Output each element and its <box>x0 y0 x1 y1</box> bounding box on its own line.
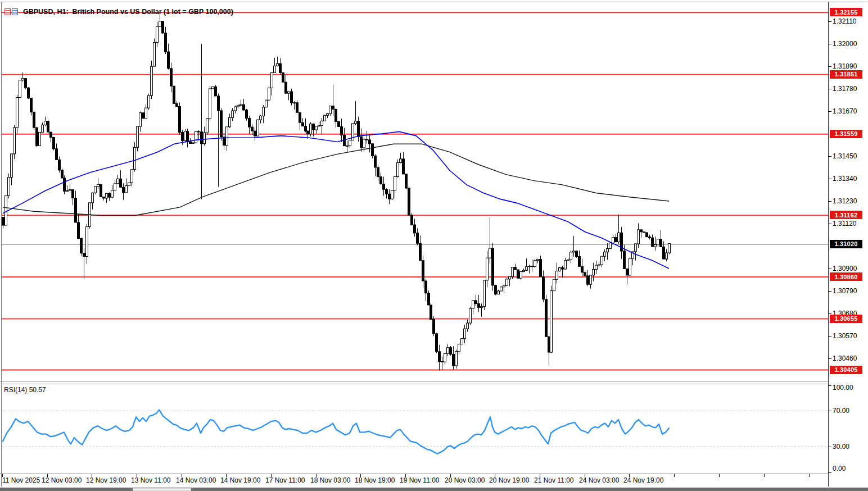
candlestick <box>182 132 184 140</box>
candlestick <box>601 256 603 265</box>
candlestick <box>246 110 248 119</box>
candlestick <box>469 308 472 323</box>
candlestick <box>428 293 430 305</box>
candlestick <box>458 344 460 352</box>
chart-window: GBPUSD, H1: British Pound vs US Dollar (… <box>0 0 868 491</box>
candlestick <box>570 252 572 260</box>
price-tick-label: 1.30790 <box>833 287 857 295</box>
candlestick <box>123 187 125 193</box>
ma-slow-line[interactable] <box>3 144 669 215</box>
candlestick <box>512 267 514 276</box>
candlestick <box>388 194 391 199</box>
price-tick-label: 1.31780 <box>833 85 857 93</box>
candlestick <box>584 272 586 276</box>
candlestick <box>327 113 329 115</box>
candlestick <box>302 122 304 126</box>
scrollbar-thumb[interactable] <box>0 488 133 491</box>
candlestick <box>22 79 24 80</box>
candlestick <box>520 272 522 279</box>
candlestick <box>75 198 77 222</box>
time-axis-label: 14 Nov 03:00 <box>176 476 216 484</box>
candlestick <box>56 149 58 160</box>
candlestick <box>576 251 578 257</box>
candlestick <box>310 124 312 134</box>
candlestick <box>380 177 382 184</box>
candlestick <box>433 319 435 334</box>
candlestick <box>291 92 293 103</box>
candlestick <box>587 276 589 284</box>
candlestick <box>372 144 374 156</box>
candlestick <box>66 190 69 191</box>
resistance-price-label: 1.31162 <box>830 211 862 219</box>
candlestick <box>564 261 567 269</box>
candlestick <box>335 110 337 122</box>
candlestick <box>212 87 214 88</box>
candlestick <box>567 260 569 260</box>
candlestick <box>165 33 167 52</box>
candlestick <box>237 105 239 107</box>
candlestick <box>189 142 192 143</box>
candlestick <box>657 239 659 244</box>
candlestick <box>321 121 323 125</box>
horizontal-scrollbar[interactable] <box>0 487 868 491</box>
candlestick <box>550 291 553 352</box>
time-axis-label: 12 Nov 03:00 <box>42 476 82 484</box>
ma-fast-line[interactable] <box>3 131 669 269</box>
candlestick <box>50 132 52 137</box>
current-price-label: 1.31020 <box>830 240 862 248</box>
candlestick <box>8 177 10 196</box>
time-axis-label: 12 Nov 19:00 <box>86 476 126 484</box>
candlestick <box>179 107 181 133</box>
candlestick <box>25 79 27 88</box>
candlestick <box>156 26 159 42</box>
rsi-line[interactable] <box>3 410 669 453</box>
candlestick <box>288 92 290 93</box>
scrollbar-thumb[interactable] <box>191 488 868 491</box>
candlestick <box>403 159 405 174</box>
candlestick <box>2 217 4 226</box>
chart-canvas[interactable] <box>0 0 868 491</box>
candlestick <box>638 230 640 244</box>
candlestick <box>523 270 525 271</box>
candlestick <box>635 244 637 252</box>
candlestick <box>595 265 598 269</box>
candlestick <box>103 197 105 198</box>
candlestick <box>349 140 351 146</box>
candlestick <box>646 233 648 237</box>
time-axis-label: 20 Nov 03:00 <box>445 476 485 484</box>
candlestick <box>374 156 377 167</box>
candlestick <box>131 170 133 183</box>
candlestick <box>495 285 497 294</box>
time-axis-label: 24 Nov 19:00 <box>623 476 663 484</box>
candlestick <box>578 257 581 267</box>
candlestick <box>78 222 80 239</box>
candlestick <box>503 285 505 287</box>
candlestick <box>444 353 446 362</box>
candlestick <box>500 287 503 291</box>
candlestick <box>293 103 296 103</box>
candlestick <box>545 299 548 337</box>
candlestick <box>475 301 477 304</box>
chart-title-text: GBPUSD, H1: British Pound vs US Dollar (… <box>23 8 233 16</box>
candlestick <box>296 103 299 112</box>
candlestick <box>162 21 164 33</box>
candlestick <box>341 126 343 135</box>
candlestick <box>391 190 394 199</box>
candlestick <box>559 267 561 271</box>
candlestick <box>100 184 102 197</box>
candlestick <box>553 279 555 290</box>
candlestick <box>125 185 128 192</box>
candlestick <box>573 251 575 252</box>
candlestick <box>517 270 519 278</box>
candles-series[interactable] <box>2 12 671 371</box>
rsi-axis-label: 100.00 <box>833 384 853 392</box>
candlestick <box>61 170 64 178</box>
icon-red-pane <box>4 8 11 15</box>
candlestick <box>542 276 545 299</box>
candlestick <box>649 237 651 238</box>
candlestick <box>467 323 469 329</box>
candlestick <box>13 128 16 154</box>
candlestick <box>106 193 108 198</box>
resistance-price-label: 1.30860 <box>830 272 862 281</box>
scrollbar-track-gap <box>133 488 191 491</box>
